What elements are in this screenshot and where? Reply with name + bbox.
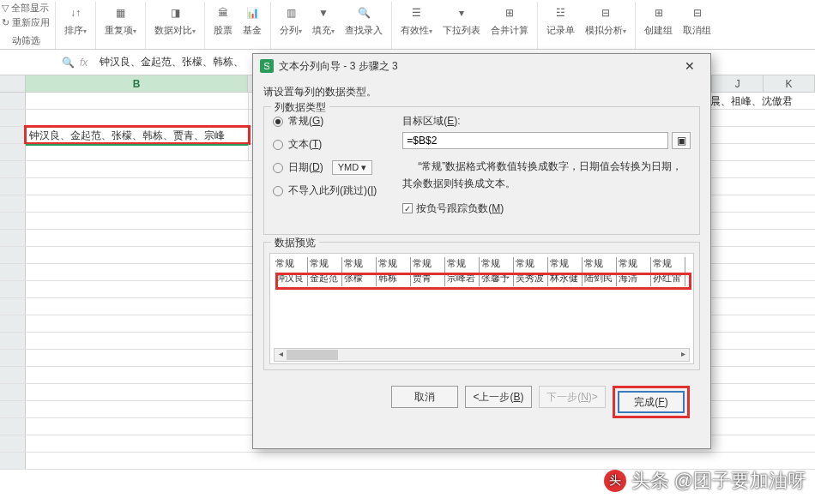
preview-fieldset: 数据预览 常规常规常规常规常规常规常规常规常规常规常规常规 钟汉良金起范张檬韩栋… [263,242,700,370]
fx-icon[interactable]: fx [80,57,88,69]
ungroup-icon: ⊟ [688,3,707,22]
reapply-btn[interactable]: ↻重新应用 [2,16,50,29]
fund-btn[interactable]: 📊基金 [239,2,265,39]
group-icon: ⊞ [649,3,668,22]
consolidate-btn[interactable]: ⊞合并计算 [487,2,532,39]
dropdown-icon: ▾ [452,3,471,22]
target-input[interactable] [402,132,668,149]
preview-cell: 韩栋 [377,270,411,286]
dialog-hint: 请设置每列的数据类型。 [263,85,700,99]
preview-col-head[interactable]: 常规 [411,257,445,270]
finish-highlight: 完成(F) [613,386,690,418]
range-picker-icon[interactable]: ▣ [672,132,691,149]
auto-filter-label: 动筛选 [12,34,40,47]
radio-general[interactable]: 常规(G) [273,114,377,129]
check-icon: ✓ [402,203,413,213]
preview-col-head[interactable]: 常规 [480,257,514,270]
compare-btn[interactable]: ◨数据对比▾ [151,2,199,39]
preview-cell: 宗峰岩 [445,270,480,286]
selected-cell[interactable]: 钟汉良、金起范、张檬、韩栋、贾青、宗峰 [26,127,249,143]
ribbon-group-filter: ▽全部显示 ↻重新应用 动筛选 [0,2,56,49]
dialog-title: 文本分列向导 - 3 步骤之 3 [279,59,671,74]
preview-col-head[interactable]: 常规 [548,257,583,270]
preview-cell: 孙红雷 [651,270,685,286]
validity-icon: ☰ [408,3,426,22]
target-label: 目标区域(E): [402,115,460,127]
preview-col-head[interactable]: 常规 [651,257,685,270]
next-button: 下一步(N)> [539,386,606,408]
validity-btn[interactable]: ☰有效性▾ [397,2,436,39]
ymd-select[interactable]: YMD ▾ [332,160,373,175]
preview-cell: 海清 [617,270,651,286]
preview-col-head[interactable]: 常规 [274,257,308,270]
preview-cell: 贾青 [411,270,445,286]
preview-legend: 数据预览 [271,236,319,250]
cancel-button[interactable]: 取消 [391,386,458,408]
preview-col-head[interactable]: 常规 [617,257,651,270]
record-icon: ☳ [552,3,570,22]
preview-cell: 林永健 [548,270,583,286]
whatif-icon: ⊟ [596,3,615,22]
preview-col-head[interactable]: 常规 [514,257,548,270]
preview-cell: 吴秀波 [514,270,548,286]
ungroup-btn[interactable]: ⊟取消组 [679,2,715,39]
finish-button[interactable]: 完成(F) [618,391,685,413]
col-type-legend: 列数据类型 [271,100,329,115]
watermark-icon: 头 [604,470,626,492]
app-icon: S [260,59,274,73]
name-box[interactable] [3,55,55,69]
radio-date[interactable]: 日期(D)YMD ▾ [273,160,377,175]
column-type-fieldset: 列数据类型 常规(G) 文本(T) 日期(D)YMD ▾ 不导入此列(跳过)(I… [263,106,700,235]
funnel-icon: ▽ [2,3,9,14]
search-icon[interactable]: 🔍 [62,57,75,69]
dialog-titlebar[interactable]: S 文本分列向导 - 3 步骤之 3 ✕ [253,54,710,78]
col-header-B[interactable]: B [26,75,248,92]
stock-btn[interactable]: 🏛股票 [210,2,236,39]
preview-col-head[interactable]: 常规 [583,257,617,270]
preview-cell: 陆剑民 [583,270,617,286]
stock-icon: 🏛 [214,3,232,22]
scroll-left-icon[interactable]: ◂ [275,349,287,361]
preview-box: 常规常规常规常规常规常规常规常规常规常规常规常规 钟汉良金起范张檬韩栋贾青宗峰岩… [269,253,694,364]
preview-cell: 张檬 [342,270,377,286]
whatif-btn[interactable]: ⊟模拟分析▾ [582,2,630,39]
col-header-K[interactable]: K [764,75,815,92]
refresh-icon: ↻ [2,17,9,28]
preview-col-head[interactable]: 常规 [377,257,411,270]
sort-btn[interactable]: ↓↑排序▾ [61,2,90,39]
ribbon: ▽全部显示 ↻重新应用 动筛选 ↓↑排序▾ ▦重复项▾ ◨数据对比▾ 🏛股票 📊… [0,0,815,50]
fill-icon: ▼ [314,3,333,22]
sort-icon: ↓↑ [66,3,85,22]
split-btn[interactable]: ▥分列▾ [276,2,305,39]
preview-col-head[interactable]: 常规 [308,257,342,270]
consolidate-icon: ⊞ [500,3,519,22]
show-all-btn[interactable]: ▽全部显示 [2,2,50,15]
overflow-text: 晨、祖峰、沈傲君 [710,94,793,109]
split-icon: ▥ [281,3,300,22]
watermark: 头 头条 @团子要加油呀 [604,468,806,494]
preview-col-head[interactable]: 常规 [342,257,377,270]
dedupe-icon: ▦ [112,3,130,22]
preview-scrollbar[interactable]: ◂ ▸ [274,348,690,362]
negative-checkbox[interactable]: ✓ 按负号跟踪负数(M) [402,201,691,216]
preview-col-head[interactable]: 常规 [445,257,480,270]
dedupe-btn[interactable]: ▦重复项▾ [101,2,140,39]
dropdown-btn[interactable]: ▾下拉列表 [439,2,484,39]
group-btn[interactable]: ⊞创建组 [641,2,676,39]
fill-btn[interactable]: ▼填充▾ [309,2,338,39]
compare-icon: ◨ [166,3,184,22]
lookup-icon: 🔍 [354,3,373,22]
radio-skip[interactable]: 不导入此列(跳过)(I) [273,183,377,198]
scroll-right-icon[interactable]: ▸ [677,349,689,361]
format-description: “常规”数据格式将数值转换成数字，日期值会转换为日期，其余数据则转换成文本。 [402,158,691,193]
scroll-thumb[interactable] [287,350,338,360]
preview-cell: 钟汉良 [274,270,308,286]
back-button[interactable]: <上一步(B) [465,386,532,408]
preview-cell: 张馨予 [480,270,514,286]
col-header-J[interactable]: J [712,75,764,92]
lookup-btn[interactable]: 🔍查找录入 [341,2,386,39]
record-btn[interactable]: ☳记录单 [543,2,578,39]
fund-icon: 📊 [243,3,262,22]
radio-text[interactable]: 文本(T) [273,137,377,152]
close-icon[interactable]: ✕ [676,59,703,73]
